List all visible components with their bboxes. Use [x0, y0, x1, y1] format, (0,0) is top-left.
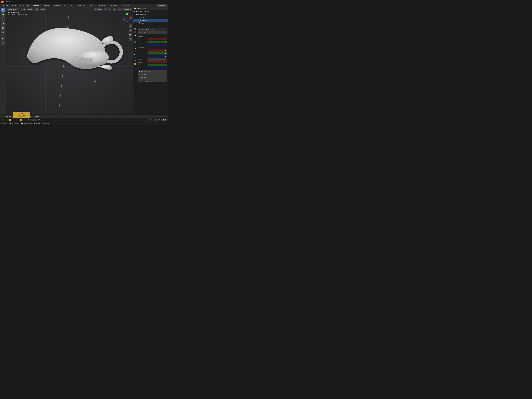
menu-window[interactable]: Window [17, 4, 25, 6]
shading-btn[interactable]: ● ◑ ○ [117, 8, 123, 11]
scale-z-row: Z [138, 66, 167, 70]
prop-physics-btn[interactable]: 📐 [134, 53, 137, 56]
cursor-tool-btn[interactable] [1, 13, 5, 17]
rotation-y-input[interactable] [147, 52, 167, 55]
tab-texture-paint[interactable]: Texture Paint [74, 5, 87, 6]
tab-layout[interactable]: Layout [32, 5, 41, 6]
prop-scene-btn[interactable]: 🔺 [134, 37, 137, 40]
rot-mode-dropdown[interactable]: XYZ ▼ [147, 58, 166, 61]
pan-view-btn[interactable]: ✋ [128, 29, 132, 32]
location-y-row: Y [138, 40, 167, 43]
menu-file[interactable]: File [0, 4, 5, 6]
move-tool-btn[interactable] [1, 17, 5, 21]
outliner-item-collection[interactable]: ▸ ▦ Collection [133, 13, 168, 16]
playback-menu[interactable]: Playback [5, 115, 13, 118]
light-icon: 💡 [138, 22, 140, 24]
location-x-input[interactable] [147, 38, 167, 40]
scale-z-input[interactable] [147, 67, 167, 69]
loc-x-label: X [138, 38, 147, 40]
box-select-icon: ⬜ [10, 123, 11, 124]
collections-header[interactable]: ▶ Collections [138, 76, 167, 79]
camera-view-btn[interactable]: 📷 [128, 33, 132, 36]
keyframe-prev-btn[interactable]: ⚫ [1, 119, 4, 121]
instancing-header[interactable]: ▶ Instancing [138, 79, 167, 82]
viewport-gizmo[interactable]: X Y Z [122, 13, 132, 23]
prop-world-btn[interactable]: 🌐 [134, 40, 137, 43]
tab-shading[interactable]: Shading [87, 5, 97, 6]
marker-menu[interactable]: Marker [33, 115, 40, 118]
scale-x-label: Scale X [138, 61, 147, 63]
light-label: Light [141, 22, 144, 24]
options-btn[interactable]: Options ▼ [123, 8, 132, 11]
frame-number-input[interactable] [31, 119, 37, 121]
panel-collapse-arrow[interactable]: ‹ [132, 50, 133, 54]
add-menu[interactable]: Add [34, 8, 39, 11]
rotate-tool-btn[interactable] [1, 21, 5, 25]
mode-selector[interactable]: Object Mode ▼ [7, 8, 19, 11]
delta-transform-header[interactable]: ▶ Delta Transform [138, 70, 167, 73]
outliner-item-light[interactable]: 💡 Light [133, 22, 168, 25]
view-menu[interactable]: View [21, 8, 26, 11]
svg-rect-19 [2, 32, 3, 33]
snap-menu[interactable]: ⊡ [104, 8, 107, 11]
prop-data-btn[interactable]: ▼ [134, 59, 137, 62]
transform-header[interactable]: ▼ Transform [138, 32, 167, 34]
location-z-input[interactable] [147, 44, 167, 46]
scale-x-input[interactable] [147, 61, 167, 63]
proportional-edit[interactable]: ⊙ [108, 8, 111, 11]
tab-uv-editing[interactable]: UV Editing [62, 5, 74, 6]
jump-start-btn[interactable]: ⏮ [5, 119, 8, 121]
menu-separator [31, 4, 31, 6]
menu-help[interactable]: Help [25, 4, 31, 6]
prop-modifiers-btn[interactable]: 🔧 [134, 47, 137, 50]
start-frame-input[interactable] [154, 119, 158, 121]
tab-sculpting[interactable]: Sculpting [52, 5, 62, 6]
scale-tool-btn[interactable] [1, 26, 5, 30]
rotation-x-input[interactable] [147, 50, 167, 52]
prop-view-layer-btn[interactable]: 🔲 [134, 34, 137, 37]
tab-rendering[interactable]: Rendering [108, 5, 119, 6]
tab-modeling[interactable]: Modeling [41, 5, 52, 6]
relations-header[interactable]: ▶ Relations [138, 73, 167, 76]
zoom-in-btn[interactable]: 🔍 [128, 24, 132, 28]
keyframe-next-btn[interactable]: ⏺ [27, 119, 30, 121]
outliner-item-scene-collection[interactable]: ▸ 📁 Scene Collection [133, 10, 168, 13]
transform-tool-btn[interactable] [1, 30, 5, 35]
end-frame-input[interactable] [162, 119, 166, 121]
outliner-item-karambit[interactable]: ▼ Karambit [133, 19, 168, 22]
play-btn[interactable]: ▶ [16, 119, 19, 121]
collection-label: (1) Collection | Karambit Modified [7, 14, 28, 15]
menu-render[interactable]: Render [10, 4, 17, 6]
tab-animation[interactable]: Animation [97, 5, 108, 6]
viewport-controls-btn[interactable]: ⊞ [128, 37, 132, 41]
prop-particles-btn[interactable]: ⁙ [134, 50, 137, 53]
prop-constraints-btn[interactable]: 🔗 [134, 56, 137, 59]
viewport-3d[interactable]: Object Mode ▼ View Select Add Object ⊕ G… [6, 7, 133, 114]
shading-mat-icon: ◑ [119, 8, 120, 10]
tab-compositing[interactable]: Compositing [120, 5, 132, 6]
rotation-z-input[interactable] [147, 55, 167, 57]
prop-object-btn[interactable]: ◻ [134, 44, 137, 46]
prop-render-btn[interactable]: 🎬 [134, 28, 137, 31]
jump-end-btn[interactable]: ⏭ [23, 119, 26, 121]
transform-orientation[interactable]: ⊕ Global ▼ [94, 8, 103, 11]
prev-frame-btn[interactable]: ⏪ [8, 119, 11, 121]
location-y-input[interactable] [147, 41, 167, 43]
scene-selector[interactable]: 🎬 View Layer [156, 4, 167, 7]
prop-output-btn[interactable]: ⬛ [134, 31, 137, 34]
scale-y-input[interactable] [147, 64, 167, 66]
object-menu[interactable]: Object [40, 8, 46, 11]
svg-line-15 [2, 27, 2, 28]
next-frame-btn[interactable]: ⏩ [19, 119, 22, 121]
prop-material-btn[interactable]: 🟠 [134, 63, 137, 65]
select-menu[interactable]: Select [27, 8, 33, 11]
outliner-item-camera[interactable]: 📷 Camera [133, 16, 168, 19]
annotate-tool-btn[interactable] [1, 36, 5, 40]
left-toolbar [0, 7, 6, 114]
select-tool-btn[interactable] [1, 8, 5, 12]
play-reverse-btn[interactable]: ◀ [12, 119, 15, 121]
intel-optane-badge: intel intel OPTANE MEMORY [13, 112, 30, 118]
overlay-btn[interactable]: ◉ [113, 8, 116, 11]
menu-edit[interactable]: Edit [5, 4, 10, 6]
measure-tool-btn[interactable] [1, 41, 5, 45]
